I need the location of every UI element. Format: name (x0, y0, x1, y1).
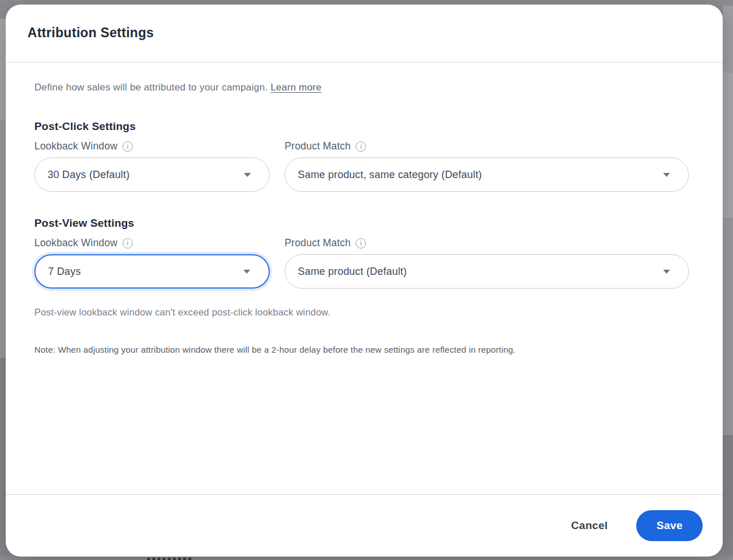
info-icon[interactable]: i (123, 238, 133, 249)
chevron-down-icon (244, 173, 251, 177)
attribution-note-text: Note: When adjusting your attribution wi… (34, 345, 694, 354)
post-click-lookback-select[interactable]: 30 Days (Default) (34, 157, 270, 192)
post-click-heading: Post-Click Settings (34, 120, 694, 133)
page-backdrop-bottom (0, 557, 733, 560)
post-view-lookback-label: Lookback Window (34, 237, 117, 249)
post-view-product-match-field: Product Match i Same product (Default) (285, 237, 689, 289)
learn-more-link[interactable]: Learn more (270, 82, 321, 93)
modal-header: Attribution Settings (6, 5, 723, 62)
modal-footer: Cancel Save (6, 494, 723, 557)
background-page-text-fragment (147, 558, 192, 560)
chevron-down-icon (663, 173, 670, 177)
save-button[interactable]: Save (636, 510, 703, 541)
post-click-product-match-field: Product Match i Same product, same categ… (285, 140, 689, 192)
info-icon[interactable]: i (356, 238, 366, 249)
post-click-product-match-select[interactable]: Same product, same category (Default) (285, 157, 689, 192)
post-view-lookback-select[interactable]: 7 Days (34, 254, 270, 289)
post-view-helper-text: Post-view lookback window can't exceed p… (34, 307, 694, 318)
modal-body: Define how sales will be attributed to y… (6, 62, 723, 494)
post-view-settings-section: Post-View Settings Lookback Window i 7 D… (34, 217, 694, 289)
post-click-lookback-field: Lookback Window i 30 Days (Default) (34, 140, 270, 192)
modal-description: Define how sales will be attributed to y… (34, 82, 694, 93)
description-text: Define how sales will be attributed to y… (34, 82, 267, 93)
post-view-product-match-label: Product Match (285, 237, 350, 249)
post-view-heading: Post-View Settings (34, 217, 694, 230)
attribution-settings-modal: Attribution Settings Define how sales wi… (6, 5, 723, 557)
chevron-down-icon (243, 270, 250, 274)
info-icon[interactable]: i (123, 141, 133, 152)
modal-title: Attribution Settings (27, 25, 701, 41)
post-view-product-match-value: Same product (Default) (298, 266, 656, 278)
post-click-lookback-value: 30 Days (Default) (48, 169, 237, 181)
post-click-product-match-label: Product Match (285, 140, 350, 152)
page-backdrop-right (723, 0, 733, 560)
post-click-product-match-value: Same product, same category (Default) (298, 169, 656, 181)
post-view-lookback-field: Lookback Window i 7 Days (34, 237, 270, 289)
info-icon[interactable]: i (356, 141, 366, 152)
post-click-settings-section: Post-Click Settings Lookback Window i 30… (34, 120, 694, 192)
post-view-product-match-select[interactable]: Same product (Default) (285, 254, 689, 289)
chevron-down-icon (663, 270, 670, 274)
cancel-button[interactable]: Cancel (571, 519, 608, 532)
post-view-lookback-value: 7 Days (48, 266, 237, 278)
post-click-lookback-label: Lookback Window (34, 140, 117, 152)
